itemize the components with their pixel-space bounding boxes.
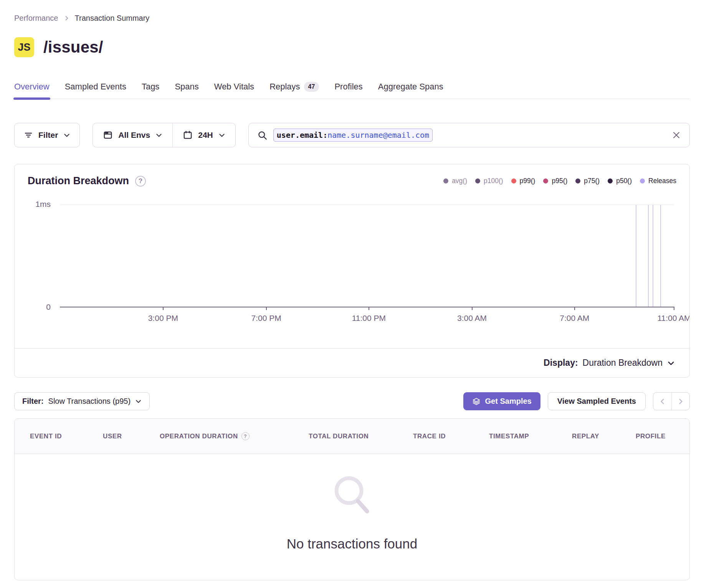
column-header-timestamp: Timestamp [489, 433, 572, 440]
get-samples-button[interactable]: Get Samples [463, 392, 540, 410]
empty-state-message: No transactions found [287, 536, 417, 552]
legend-dot [443, 178, 448, 183]
environment-selector[interactable]: All Envs [93, 123, 172, 147]
filter-button[interactable]: Filter [14, 123, 80, 147]
chevron-down-icon [63, 132, 70, 139]
js-platform-badge: JS [14, 37, 34, 57]
chart-legend: avg() p100() p99() p95() p75() p50() Rel… [443, 177, 676, 185]
release-marker-line [636, 205, 636, 307]
chevron-down-icon [155, 132, 162, 139]
legend-dot [475, 178, 480, 183]
x-axis-labels: 3:00 PM 7:00 PM 11:00 PM 3:00 AM 7:00 AM… [60, 314, 674, 324]
y-axis-max-label: 1ms [35, 200, 51, 209]
column-header-operation-duration: Operation Duration ? [160, 432, 309, 440]
legend-item-p50[interactable]: p50() [608, 177, 632, 185]
chevron-down-icon [135, 398, 142, 405]
x-axis-label: 7:00 AM [560, 314, 589, 323]
search-icon [257, 130, 268, 140]
transactions-table: Event ID User Operation Duration ? Total… [14, 418, 690, 580]
x-axis-tick [266, 307, 267, 310]
column-header-user: User [103, 433, 160, 440]
tab-profiles[interactable]: Profiles [334, 82, 362, 99]
calendar-icon [183, 130, 193, 140]
x-axis-label: 11:00 PM [352, 314, 386, 323]
search-token-key: user.email: [277, 130, 327, 140]
chart-header: Duration Breakdown ? avg() p100() p99() … [15, 164, 689, 187]
legend-item-releases[interactable]: Releases [640, 177, 676, 185]
chart-help-icon[interactable]: ? [135, 176, 146, 187]
column-header-trace-id: Trace ID [413, 433, 489, 440]
legend-dot [640, 178, 645, 183]
search-token-value: name.surname@email.com [327, 130, 429, 140]
clear-search-icon[interactable] [672, 130, 681, 140]
chart-plot-area: 1ms 0 [60, 205, 674, 307]
legend-dot [511, 178, 516, 183]
env-time-group: All Envs 24H [93, 123, 235, 147]
x-axis-tick [674, 307, 674, 310]
transactions-filter-select[interactable]: Filter: Slow Transactions (p95) [14, 392, 150, 410]
legend-item-p99[interactable]: p99() [511, 177, 535, 185]
replays-count-badge: 47 [304, 82, 319, 92]
chevron-down-icon [218, 132, 225, 139]
tab-replays[interactable]: Replays 47 [269, 82, 319, 99]
tab-bar: Overview Sampled Events Tags Spans Web V… [14, 82, 690, 99]
x-axis-tick [574, 307, 575, 310]
chevron-down-icon[interactable] [667, 359, 675, 367]
view-sampled-events-button[interactable]: View Sampled Events [548, 392, 646, 410]
filter-icon [24, 130, 33, 140]
x-axis-tick [369, 307, 369, 310]
next-page-button[interactable] [671, 393, 689, 410]
window-icon [103, 130, 113, 140]
samples-toolbar: Filter: Slow Transactions (p95) Get Samp… [14, 392, 690, 410]
page-header: JS /issues/ [14, 37, 690, 57]
display-label: Display: [544, 358, 578, 368]
empty-search-icon [329, 473, 375, 519]
breadcrumb-chevron-icon [64, 15, 69, 21]
legend-item-p100[interactable]: p100() [475, 177, 503, 185]
operation-duration-help-icon[interactable]: ? [241, 432, 250, 440]
stack-icon [472, 397, 481, 406]
column-header-total-duration: Total Duration [309, 433, 413, 440]
tab-web-vitals[interactable]: Web Vitals [214, 82, 254, 99]
release-marker-line [648, 205, 649, 307]
tab-overview[interactable]: Overview [14, 82, 50, 99]
x-axis-label: 11:00 AM [657, 314, 690, 323]
tab-aggregate-spans[interactable]: Aggregate Spans [378, 82, 443, 99]
column-header-profile: Profile [636, 433, 689, 440]
tab-sampled-events[interactable]: Sampled Events [65, 82, 126, 99]
time-range-selector[interactable]: 24H [172, 123, 235, 147]
table-empty-state: No transactions found [15, 454, 689, 580]
x-axis-label: 3:00 PM [148, 314, 178, 323]
tab-spans[interactable]: Spans [175, 82, 198, 99]
table-header-row: Event ID User Operation Duration ? Total… [15, 419, 689, 454]
legend-dot [543, 178, 548, 183]
filter-toolbar: Filter All Envs 24H [14, 123, 690, 147]
breadcrumb-performance[interactable]: Performance [14, 14, 58, 23]
samples-actions: Get Samples View Sampled Events [463, 392, 690, 410]
chart-footer: Display: Duration Breakdown [15, 348, 689, 377]
x-axis-tick [163, 307, 164, 310]
column-header-replay: Replay [572, 433, 636, 440]
display-value[interactable]: Duration Breakdown [583, 358, 663, 368]
pagination [653, 392, 690, 410]
x-axis-label: 3:00 AM [457, 314, 487, 323]
search-token[interactable]: user.email: name.surname@email.com [273, 129, 433, 142]
previous-page-button[interactable] [653, 393, 671, 410]
legend-dot [608, 178, 613, 183]
search-input[interactable]: user.email: name.surname@email.com [248, 123, 690, 147]
breadcrumb-transaction-summary: Transaction Summary [75, 14, 150, 23]
tab-tags[interactable]: Tags [142, 82, 159, 99]
release-marker-line [653, 205, 653, 307]
legend-item-p95[interactable]: p95() [543, 177, 567, 185]
legend-item-avg[interactable]: avg() [443, 177, 467, 185]
release-marker-line [660, 205, 661, 307]
y-axis-min-label: 0 [46, 302, 51, 312]
column-header-event-id: Event ID [30, 433, 103, 440]
page-title: /issues/ [43, 38, 103, 56]
x-axis-tick [472, 307, 473, 310]
chart-title: Duration Breakdown [28, 175, 129, 187]
legend-item-p75[interactable]: p75() [575, 177, 600, 185]
transaction-summary-page: Performance Transaction Summary JS /issu… [0, 0, 704, 588]
legend-dot [575, 178, 580, 183]
breadcrumb: Performance Transaction Summary [14, 0, 690, 23]
